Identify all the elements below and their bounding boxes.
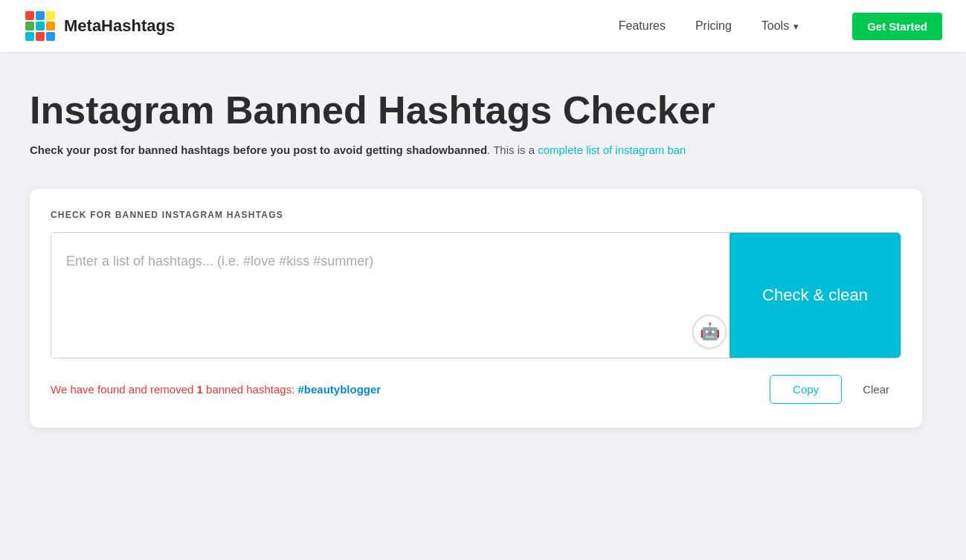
hashtag-input[interactable] bbox=[51, 233, 730, 358]
result-row: We have found and removed 1 banned hasht… bbox=[51, 375, 901, 404]
svg-rect-1 bbox=[36, 11, 45, 20]
input-row: Check & clean 🤖 bbox=[51, 232, 901, 358]
svg-rect-2 bbox=[46, 11, 55, 20]
main-content: Instagram Banned Hashtags Checker Check … bbox=[0, 52, 966, 457]
chevron-down-icon: ▾ bbox=[793, 21, 799, 32]
clear-button[interactable]: Clear bbox=[851, 376, 901, 403]
nav-tools-label: Tools bbox=[761, 19, 789, 33]
nav-pricing[interactable]: Pricing bbox=[695, 19, 732, 33]
subtitle-link[interactable]: complete list of instagram ban bbox=[535, 144, 686, 156]
svg-rect-7 bbox=[36, 32, 45, 41]
svg-rect-5 bbox=[46, 22, 55, 30]
header-cta-button[interactable]: Get Started bbox=[852, 13, 942, 40]
robot-icon: 🤖 bbox=[692, 315, 727, 349]
result-middle: banned hashtags: bbox=[203, 383, 298, 396]
result-actions: Copy Clear bbox=[770, 375, 901, 404]
nav-features[interactable]: Features bbox=[619, 19, 666, 33]
svg-rect-6 bbox=[25, 32, 34, 41]
svg-rect-8 bbox=[46, 32, 55, 41]
logo-icon bbox=[24, 10, 57, 42]
page-title: Instagram Banned Hashtags Checker bbox=[30, 89, 936, 132]
main-nav: Features Pricing Tools ▾ Get Started bbox=[619, 13, 942, 40]
logo-area: MetaHashtags bbox=[24, 10, 619, 42]
svg-rect-0 bbox=[25, 11, 34, 20]
check-clean-button[interactable]: Check & clean bbox=[730, 233, 901, 358]
result-text: We have found and removed 1 banned hasht… bbox=[51, 383, 381, 396]
result-hashtag: #beautyblogger bbox=[297, 383, 381, 396]
result-count: 1 bbox=[197, 383, 203, 396]
subtitle-bold: Check your post for banned hashtags befo… bbox=[30, 144, 487, 156]
logo-text: MetaHashtags bbox=[64, 16, 175, 36]
result-prefix: We have found and removed bbox=[51, 383, 197, 396]
card-label: CHECK FOR BANNED INSTAGRAM HASHTAGS bbox=[51, 210, 901, 220]
svg-rect-3 bbox=[25, 22, 34, 30]
checker-card: CHECK FOR BANNED INSTAGRAM HASHTAGS Chec… bbox=[30, 189, 922, 428]
svg-rect-4 bbox=[36, 22, 45, 30]
header: MetaHashtags Features Pricing Tools ▾ Ge… bbox=[0, 0, 966, 52]
copy-button[interactable]: Copy bbox=[770, 375, 842, 404]
page-subtitle: Check your post for banned hashtags befo… bbox=[30, 142, 936, 159]
nav-tools[interactable]: Tools ▾ bbox=[761, 19, 799, 33]
